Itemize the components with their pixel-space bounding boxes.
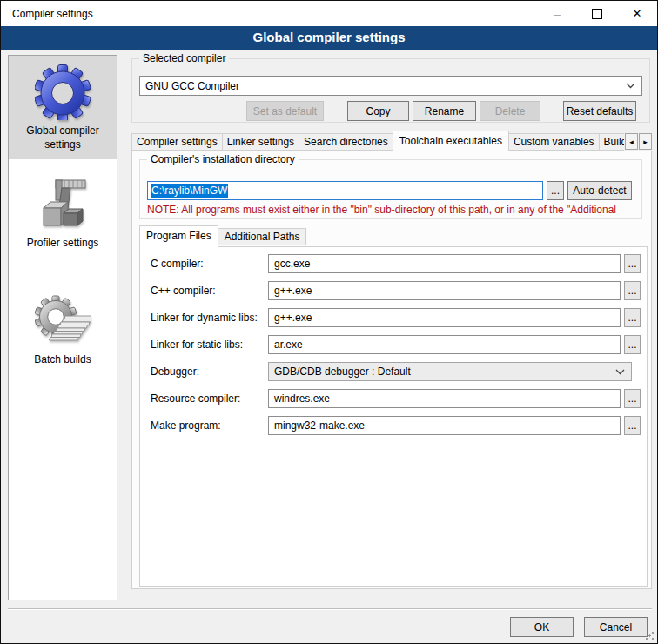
installation-directory-group: Compiler's installation directory C:\ray… [139,159,642,219]
cpp-compiler-label: C++ compiler: [151,285,216,297]
toolchain-executables-page: Compiler's installation directory C:\ray… [131,151,652,589]
compiler-actions: Set as default Copy Rename Delete Reset … [139,101,642,121]
chevron-down-icon [626,83,641,89]
resource-compiler-input[interactable]: windres.exe [268,389,621,408]
installation-directory-input[interactable]: C:\raylib\MinGW [147,181,543,200]
debugger-label: Debugger: [151,366,199,378]
tab-build-options[interactable]: Build options [599,133,624,151]
blue-gear-icon [35,64,91,120]
window-controls: – ✕ [537,1,657,26]
program-files-panel: C compiler: gcc.exe ... C++ compiler: g+… [139,246,648,587]
table-row: Linker for static libs: ar.exe ... [140,335,647,354]
compiler-select[interactable]: GNU GCC Compiler [139,76,642,96]
browse-directory-button[interactable]: ... [547,181,564,200]
settings-tabstrip: Compiler settings Linker settings Search… [131,131,652,151]
sidebar-item-label: Batch builds [34,353,91,367]
subtab-additional-paths[interactable]: Additional Paths [218,228,307,245]
reset-defaults-button[interactable]: Reset defaults [563,101,636,121]
chevron-down-icon [615,369,631,375]
make-program-label: Make program: [151,419,221,432]
c-compiler-input[interactable]: gcc.exe [268,254,621,273]
table-row: Make program: mingw32-make.exe ... [140,416,647,435]
c-compiler-browse-button[interactable]: ... [624,254,641,273]
table-row: Linker for dynamic libs: g++.exe ... [140,308,647,327]
window-title: Compiler settings [1,8,93,20]
sidebar-item-global-compiler-settings[interactable]: Global compiler settings [9,56,117,159]
set-as-default-button[interactable]: Set as default [246,101,324,121]
cpp-compiler-browse-button[interactable]: ... [624,281,641,300]
selected-path-text: C:\raylib\MinGW [151,184,228,198]
caliper-icon [35,177,91,232]
resize-grip[interactable] [645,631,655,641]
titlebar[interactable]: Compiler settings – ✕ [1,1,657,26]
tab-linker-settings[interactable]: Linker settings [222,133,299,151]
copy-button[interactable]: Copy [347,101,409,121]
page-title: Global compiler settings [1,26,657,50]
make-program-browse-button[interactable]: ... [624,416,641,435]
footer-divider [8,608,652,610]
sidebar-item-batch-builds[interactable]: Batch builds [9,285,117,375]
resource-compiler-browse-button[interactable]: ... [624,389,641,408]
subtab-program-files[interactable]: Program Files [139,225,218,247]
selected-compiler-group: Selected compiler GNU GCC Compiler Set a… [131,58,650,123]
tab-scroll-left-icon[interactable]: ◂ [625,133,638,150]
close-icon[interactable]: ✕ [617,1,657,26]
table-row: C compiler: gcc.exe ... [140,254,647,273]
sidebar-item-label: Profiler settings [27,237,99,251]
make-program-input[interactable]: mingw32-make.exe [268,416,621,435]
gray-gear-stack-icon [35,293,91,349]
linker-dynamic-browse-button[interactable]: ... [624,308,641,327]
table-row: Resource compiler: windres.exe ... [140,389,647,408]
tab-custom-variables[interactable]: Custom variables [508,133,600,151]
rename-button[interactable]: Rename [413,101,476,121]
tab-scroll-right-icon[interactable]: ▸ [639,133,652,150]
cpp-compiler-input[interactable]: g++.exe [268,281,621,300]
tab-toolchain-executables[interactable]: Toolchain executables [393,131,509,151]
group-legend: Compiler's installation directory [147,153,299,165]
linker-static-input[interactable]: ar.exe [268,335,621,354]
c-compiler-label: C compiler: [151,258,204,270]
note-text: NOTE: All programs must exist either in … [147,204,616,216]
tab-scroll-buttons: ◂ ▸ [624,133,652,150]
linker-static-label: Linker for static libs: [151,339,243,351]
resource-compiler-label: Resource compiler: [151,392,240,405]
cancel-button[interactable]: Cancel [584,617,648,637]
delete-button[interactable]: Delete [480,101,540,121]
minimize-icon[interactable]: – [537,1,577,26]
tab-compiler-settings[interactable]: Compiler settings [131,133,223,151]
debugger-select[interactable]: GDB/CDB debugger : Default [268,362,632,381]
group-legend: Selected compiler [139,52,229,64]
ok-button[interactable]: OK [510,617,574,637]
sidebar-item-profiler-settings[interactable]: Profiler settings [9,168,117,258]
sidebar-item-label: Global compiler settings [11,124,114,151]
auto-detect-button[interactable]: Auto-detect [567,181,632,200]
linker-static-browse-button[interactable]: ... [624,335,641,354]
compiler-select-value: GNU GCC Compiler [145,80,239,92]
settings-sidebar: Global compiler settings Profiler set [8,55,118,600]
program-files-subtabs: Program Files Additional Paths [139,225,306,247]
tab-search-directories[interactable]: Search directories [299,133,393,151]
table-row: C++ compiler: g++.exe ... [140,281,647,300]
tabs-scroll-area: Compiler settings Linker settings Search… [131,131,624,151]
table-row: Debugger: GDB/CDB debugger : Default [140,362,647,381]
maximize-icon[interactable] [577,1,617,26]
compiler-settings-dialog: Compiler settings – ✕ Global compiler se… [0,0,658,644]
linker-dynamic-label: Linker for dynamic libs: [151,312,258,324]
linker-dynamic-input[interactable]: g++.exe [268,308,621,327]
